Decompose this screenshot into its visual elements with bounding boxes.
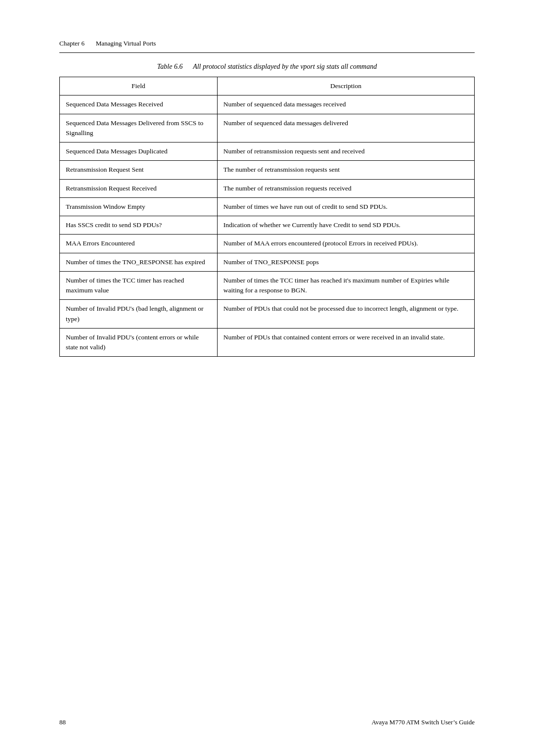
table-cell-field: Number of Invalid PDU's (content errors … (60, 328, 218, 357)
table-caption-text: All protocol statistics displayed by the… (193, 63, 377, 70)
table-cell-field: Sequenced Data Messages Duplicated (60, 142, 218, 161)
table-header-row: Field Description (60, 77, 475, 95)
table-row: Sequenced Data Messages Delivered from S… (60, 114, 475, 142)
page-number: 88 (59, 718, 66, 726)
table-cell-description: Number of times the TCC timer has reache… (217, 271, 474, 300)
table-row: Number of times the TCC timer has reache… (60, 271, 475, 300)
column-header-field: Field (60, 77, 218, 95)
table-row: Number of Invalid PDU's (content errors … (60, 328, 475, 357)
table-cell-description: Number of times we have run out of credi… (217, 197, 474, 216)
table-cell-description: Number of PDUs that contained content er… (217, 328, 474, 357)
page: Chapter 6 Managing Virtual Ports Table 6… (0, 0, 534, 756)
table-cell-description: Number of PDUs that could not be process… (217, 300, 474, 329)
chapter-label: Chapter 6 Managing Virtual Ports (59, 40, 156, 47)
header-divider (59, 52, 475, 53)
page-footer: 88 Avaya M770 ATM Switch User’s Guide (59, 718, 475, 726)
table-cell-field: Retransmission Request Received (60, 179, 218, 197)
table-row: Sequenced Data Messages ReceivedNumber o… (60, 95, 475, 114)
table-cell-field: Number of times the TCC timer has reache… (60, 271, 218, 300)
table-row: Number of Invalid PDU's (bad length, ali… (60, 300, 475, 329)
table-row: Retransmission Request ReceivedThe numbe… (60, 179, 475, 197)
column-header-description: Description (217, 77, 474, 95)
table-number: Table 6.6 (157, 63, 183, 70)
table-cell-description: The number of retransmission requests se… (217, 161, 474, 179)
table-cell-field: Transmission Window Empty (60, 197, 218, 216)
table-cell-field: Has SSCS credit to send SD PDUs? (60, 216, 218, 235)
chapter-header: Chapter 6 Managing Virtual Ports (59, 40, 475, 47)
table-cell-field: Number of times the TNO_RESPONSE has exp… (60, 253, 218, 271)
table-cell-description: Number of retransmission requests sent a… (217, 142, 474, 161)
table-row: Retransmission Request SentThe number of… (60, 161, 475, 179)
table-cell-description: Indication of whether we Currently have … (217, 216, 474, 235)
book-title: Avaya M770 ATM Switch User’s Guide (371, 718, 475, 726)
table-caption: Table 6.6 All protocol statistics displa… (59, 63, 475, 71)
stats-table: Field Description Sequenced Data Message… (59, 77, 475, 357)
table-row: Has SSCS credit to send SD PDUs?Indicati… (60, 216, 475, 235)
table-cell-field: Sequenced Data Messages Delivered from S… (60, 114, 218, 142)
table-row: MAA Errors EncounteredNumber of MAA erro… (60, 235, 475, 253)
table-cell-description: The number of retransmission requests re… (217, 179, 474, 197)
table-cell-field: Sequenced Data Messages Received (60, 95, 218, 114)
table-row: Sequenced Data Messages DuplicatedNumber… (60, 142, 475, 161)
table-row: Transmission Window EmptyNumber of times… (60, 197, 475, 216)
table-row: Number of times the TNO_RESPONSE has exp… (60, 253, 475, 271)
table-cell-field: Number of Invalid PDU's (bad length, ali… (60, 300, 218, 329)
table-cell-field: Retransmission Request Sent (60, 161, 218, 179)
table-cell-description: Number of MAA errors encountered (protoc… (217, 235, 474, 253)
table-cell-description: Number of TNO_RESPONSE pops (217, 253, 474, 271)
table-cell-description: Number of sequenced data messages delive… (217, 114, 474, 142)
chapter-number: Chapter 6 (59, 40, 85, 47)
table-cell-field: MAA Errors Encountered (60, 235, 218, 253)
chapter-title: Managing Virtual Ports (96, 40, 156, 47)
table-cell-description: Number of sequenced data messages receiv… (217, 95, 474, 114)
